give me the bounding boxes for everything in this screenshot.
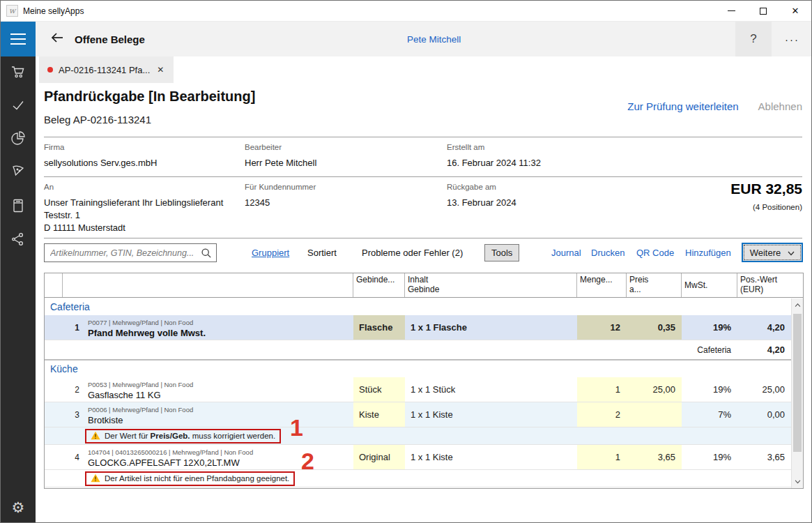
kundennummer-value: 12345 — [245, 197, 270, 209]
article-code: P0006 | Mehrweg/Pfand | Non Food — [88, 405, 193, 414]
filter-probleme-fehler[interactable]: Probleme oder Fehler (2) — [362, 248, 463, 258]
col-mwst-header[interactable]: MwSt. — [682, 273, 737, 297]
menge-cell[interactable]: 12 — [577, 315, 627, 340]
tab-close-icon[interactable]: ✕ — [155, 63, 165, 76]
divider — [44, 238, 802, 238]
article-code: 104704 | 04013265000216 | Mehrweg/Pfand … — [88, 448, 253, 457]
document-content: Pfandrückgabe [In Bearbeitung] Zur Prüfu… — [36, 83, 811, 523]
an-value: Unser Trainingslieferant Ihr Lieblingsli… — [44, 197, 223, 234]
warning-text-bold: Preis/Geb. — [151, 432, 190, 440]
col-gebinde-header[interactable]: Gebinde... — [353, 273, 405, 297]
preis-cell[interactable] — [627, 402, 682, 427]
group-header-kueche[interactable]: Küche — [45, 360, 791, 377]
menge-cell[interactable]: 1 — [577, 445, 627, 469]
poswert-cell: 3,65 — [737, 445, 791, 469]
col-menge-header[interactable]: Menge... — [577, 273, 627, 297]
search-icon[interactable] — [201, 248, 216, 258]
document-tab[interactable]: AP-0216-113241 Pfa... ✕ — [39, 56, 174, 83]
more-options-button[interactable]: ··· — [773, 22, 811, 56]
subtotal-label: Cafeteria — [682, 340, 737, 359]
scrollbar-thumb[interactable] — [793, 314, 802, 452]
inhalt-cell: 1 x 1 Kiste — [405, 402, 577, 427]
minimize-button[interactable] — [715, 1, 747, 22]
journal-link[interactable]: Journal — [551, 248, 581, 258]
row-number: 1 — [63, 323, 79, 333]
group-subtotal-row: Cafeteria 4,20 — [45, 340, 791, 360]
preis-cell[interactable]: 3,65 — [627, 445, 682, 469]
drucken-link[interactable]: Drucken — [591, 248, 625, 258]
col-poswert-header[interactable]: Pos.-Wert (EUR) — [737, 273, 803, 297]
inhalt-cell: 1 x 1 Kiste — [405, 445, 577, 469]
filter-sortiert[interactable]: Sortiert — [307, 248, 337, 258]
close-button[interactable]: ✕ — [779, 1, 811, 22]
article-code: P0053 | Mehrweg/Pfand | Non Food — [88, 380, 193, 389]
app-header: Offene Belege Pete Mitchell ? ··· — [36, 22, 811, 56]
col-article-header[interactable] — [63, 273, 353, 297]
table-row[interactable]: 2 P0053 | Mehrweg/Pfand | Non Food Gasfl… — [45, 377, 791, 402]
red-annotation-2: 2 — [301, 449, 314, 473]
user-name[interactable]: Pete Mitchell — [407, 22, 461, 56]
warning-text: muss korrigiert werden. — [190, 432, 276, 440]
warning-message-2: Der Artikel ist nicht für einen Pfandabg… — [85, 471, 295, 486]
gebinde-cell[interactable]: Kiste — [353, 402, 405, 427]
hamburger-menu-button[interactable] — [1, 22, 36, 56]
back-button[interactable] — [49, 31, 65, 47]
table-scrollbar[interactable] — [791, 298, 803, 488]
sidebar-item-cart[interactable] — [1, 56, 36, 90]
bearbeiter-label: Bearbeiter — [245, 143, 282, 151]
kundennummer-label: Für Kundennummer — [245, 183, 316, 191]
row-select-cell — [45, 377, 63, 402]
poswert-cell: 4,20 — [737, 315, 791, 340]
tools-button[interactable]: Tools — [484, 244, 519, 262]
sidebar-item-reports[interactable] — [1, 123, 36, 157]
settings-gear-icon[interactable]: ⚙ — [12, 499, 25, 516]
sidebar-item-offers[interactable] — [1, 157, 36, 190]
forward-for-review-button[interactable]: Zur Prüfung weiterleiten — [627, 100, 738, 112]
table-row[interactable]: 4 104704 | 04013265000216 | Mehrweg/Pfan… — [45, 445, 791, 470]
sidebar-item-tasks[interactable] — [1, 90, 36, 123]
preis-cell[interactable]: 0,35 — [627, 315, 682, 340]
rueckgabe-value: 13. Februar 2024 — [447, 197, 516, 209]
gebinde-cell[interactable]: Original — [353, 445, 405, 469]
menge-cell[interactable]: 2 — [577, 402, 627, 427]
table-row[interactable]: 1 P0077 | Mehrweg/Pfand | Non Food Pfand… — [45, 315, 791, 340]
window-controls: ✕ — [715, 1, 811, 22]
col-preis-header[interactable]: Preis a... — [627, 273, 682, 297]
sidebar-item-network[interactable] — [1, 224, 36, 257]
article-name: Gasflasche 11 KG — [88, 391, 193, 400]
weitere-button[interactable]: Weitere — [742, 243, 803, 262]
row-select-cell — [45, 315, 63, 340]
warning-row: Der Wert für Preis/Geb. muss korrigiert … — [45, 427, 791, 445]
reject-button[interactable]: Ablehnen — [758, 100, 802, 112]
warning-message-1: Der Wert für Preis/Geb. muss korrigiert … — [85, 429, 281, 444]
col-inhalt-header[interactable]: Inhalt Gebinde — [405, 273, 577, 297]
divider — [44, 137, 802, 137]
group-header-cafeteria[interactable]: Cafeteria — [45, 298, 791, 315]
row-number: 4 — [63, 453, 79, 462]
search-input[interactable] — [45, 248, 201, 258]
window-title: Meine sellyApps — [23, 6, 84, 16]
article-code: P0077 | Mehrweg/Pfand | Non Food — [88, 318, 206, 327]
scroll-down-icon[interactable] — [792, 476, 803, 487]
table-row[interactable]: 3 P0006 | Mehrweg/Pfand | Non Food Brotk… — [45, 402, 791, 427]
help-button[interactable]: ? — [735, 22, 772, 56]
tab-bar: AP-0216-113241 Pfa... ✕ — [36, 56, 811, 83]
maximize-button[interactable] — [747, 1, 779, 22]
scroll-up-icon[interactable] — [792, 300, 803, 310]
pennant-icon — [10, 164, 26, 183]
article-cell: 1 P0077 | Mehrweg/Pfand | Non Food Pfand… — [63, 315, 353, 340]
sidebar-item-catalog[interactable] — [1, 190, 36, 224]
article-cell: 3 P0006 | Mehrweg/Pfand | Non Food Brotk… — [63, 402, 353, 427]
filter-gruppiert[interactable]: Gruppiert — [252, 248, 289, 258]
col-select-header[interactable] — [45, 273, 63, 297]
gebinde-cell[interactable]: Flasche — [353, 315, 405, 340]
article-cell: 2 P0053 | Mehrweg/Pfand | Non Food Gasfl… — [63, 377, 353, 402]
table-toolbar: Gruppiert Sortiert Probleme oder Fehler … — [36, 242, 811, 267]
preis-cell[interactable]: 25,00 — [627, 377, 682, 402]
positions-count: (4 Positionen) — [753, 203, 802, 211]
hinzufuegen-link[interactable]: Hinzufügen — [685, 248, 731, 258]
qr-code-link[interactable]: QR Code — [636, 248, 674, 258]
unsaved-dot-icon — [47, 67, 53, 73]
menge-cell[interactable]: 1 — [577, 377, 627, 402]
gebinde-cell[interactable]: Stück — [353, 377, 405, 402]
